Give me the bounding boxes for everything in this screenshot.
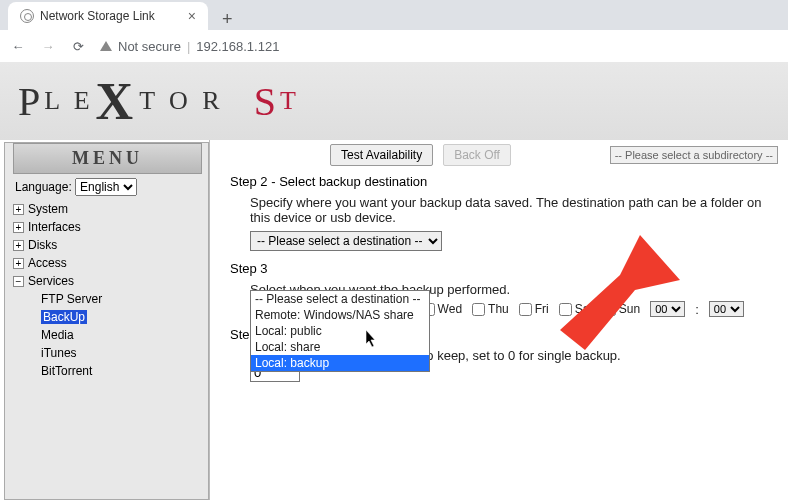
dest-option[interactable]: Remote: Windows/NAS share bbox=[251, 307, 429, 323]
sidebar: MENU Language: English +System+Interface… bbox=[4, 142, 209, 500]
destination-dropdown[interactable]: -- Please select a destination --Remote:… bbox=[250, 290, 430, 372]
tree-label[interactable]: Access bbox=[28, 256, 67, 270]
dest-option[interactable]: Local: backup bbox=[251, 355, 429, 371]
destination-select[interactable]: -- Please select a destination -- bbox=[250, 231, 442, 251]
tree-item-backup[interactable]: BackUp bbox=[41, 308, 208, 326]
plus-icon[interactable]: + bbox=[13, 240, 24, 251]
plus-icon[interactable]: + bbox=[13, 258, 24, 269]
url-area[interactable]: Not secure | 192.168.1.121 bbox=[100, 39, 279, 54]
step2-heading: Step 2 - Select backup destination bbox=[230, 174, 778, 189]
tree-sub: FTP ServerBackUpMediaiTunesBitTorrent bbox=[13, 290, 208, 380]
menu-label: MENU bbox=[72, 148, 143, 168]
url-text: 192.168.1.121 bbox=[196, 39, 279, 54]
dest-option[interactable]: Local: public bbox=[251, 323, 429, 339]
forward-button[interactable]: → bbox=[40, 39, 56, 54]
back-button[interactable]: ← bbox=[10, 39, 26, 54]
language-row: Language: English bbox=[13, 176, 208, 200]
browser-tab[interactable]: Network Storage Link × bbox=[8, 2, 208, 30]
mouse-cursor-icon bbox=[365, 330, 377, 346]
tree-item-interfaces[interactable]: +Interfaces bbox=[13, 218, 208, 236]
day-checkbox[interactable] bbox=[472, 303, 485, 316]
step2-text: Specify where you want your backup data … bbox=[250, 195, 778, 225]
tree-item-system[interactable]: +System bbox=[13, 200, 208, 218]
back-off-button[interactable]: Back Off bbox=[443, 144, 511, 166]
tree-item-ftp-server[interactable]: FTP Server bbox=[41, 290, 208, 308]
content-panel: Test Availability Back Off -- Please sel… bbox=[209, 140, 788, 500]
security-label: Not secure bbox=[118, 39, 181, 54]
new-tab-button[interactable]: + bbox=[216, 9, 239, 30]
dest-option[interactable]: Local: share bbox=[251, 339, 429, 355]
svg-marker-0 bbox=[560, 235, 680, 350]
language-select[interactable]: English bbox=[75, 178, 137, 196]
tree-item-access[interactable]: +Access bbox=[13, 254, 208, 272]
tree-item-disks[interactable]: +Disks bbox=[13, 236, 208, 254]
tree-item-bittorrent[interactable]: BitTorrent bbox=[41, 362, 208, 380]
annotation-arrow bbox=[490, 235, 680, 355]
tree-label[interactable]: Disks bbox=[28, 238, 57, 252]
warning-icon bbox=[100, 41, 112, 51]
tree-item-media[interactable]: Media bbox=[41, 326, 208, 344]
tab-title: Network Storage Link bbox=[40, 9, 182, 23]
brand-logo: PL E X T O R ST bbox=[0, 62, 788, 140]
reload-button[interactable]: ⟳ bbox=[70, 39, 86, 54]
nav-tree: +System+Interfaces+Disks+Access−Services… bbox=[13, 200, 208, 380]
language-label: Language: bbox=[15, 180, 72, 194]
subdirectory-select[interactable]: -- Please select a subdirectory -- bbox=[610, 146, 778, 164]
minus-icon[interactable]: − bbox=[13, 276, 24, 287]
minute-select[interactable]: 00 bbox=[709, 301, 744, 317]
tree-label[interactable]: Interfaces bbox=[28, 220, 81, 234]
menu-header: MENU bbox=[13, 143, 202, 174]
tree-label[interactable]: System bbox=[28, 202, 68, 216]
plus-icon[interactable]: + bbox=[13, 204, 24, 215]
main-area: MENU Language: English +System+Interface… bbox=[0, 140, 788, 500]
plus-icon[interactable]: + bbox=[13, 222, 24, 233]
tree-label[interactable]: Services bbox=[28, 274, 74, 288]
tab-bar: Network Storage Link × + bbox=[0, 0, 788, 30]
globe-icon bbox=[20, 9, 34, 23]
test-availability-button[interactable]: Test Availability bbox=[330, 144, 433, 166]
dest-option[interactable]: -- Please select a destination -- bbox=[251, 291, 429, 307]
address-bar: ← → ⟳ Not secure | 192.168.1.121 bbox=[0, 30, 788, 62]
close-icon[interactable]: × bbox=[188, 8, 196, 24]
top-button-row: Test Availability Back Off -- Please sel… bbox=[330, 144, 778, 166]
tree-item-itunes[interactable]: iTunes bbox=[41, 344, 208, 362]
browser-chrome: Network Storage Link × + ← → ⟳ Not secur… bbox=[0, 0, 788, 62]
tree-item-services[interactable]: −Services bbox=[13, 272, 208, 290]
